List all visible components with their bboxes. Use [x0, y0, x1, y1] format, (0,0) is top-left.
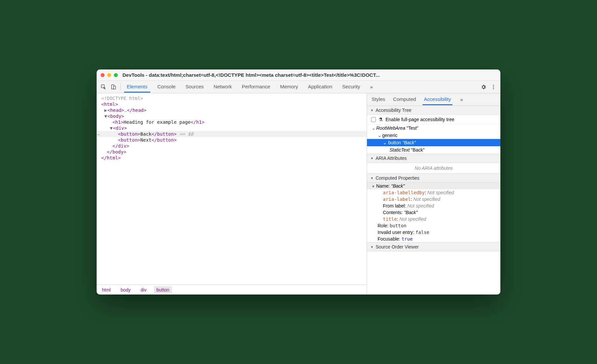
prop-focusable: Focusable: true — [367, 236, 500, 242]
side-tab-accessibility[interactable]: Accessibility — [423, 94, 452, 105]
close-window-button[interactable] — [101, 73, 105, 77]
content-area: <!DOCTYPE html> <html> ▶<head>…</head> ▼… — [97, 93, 500, 295]
tab-elements[interactable]: Elements — [124, 81, 150, 93]
side-tabs: Styles Computed Accessibility » — [367, 93, 500, 106]
breadcrumb: html body div button — [97, 285, 367, 295]
dom-body-close[interactable]: </body> — [97, 149, 367, 155]
dom-head[interactable]: ▶<head>…</head> — [97, 107, 367, 113]
prop-contents: Contents: "Back" — [367, 209, 500, 216]
dom-doctype[interactable]: <!DOCTYPE html> — [101, 96, 143, 101]
tab-application[interactable]: Application — [305, 81, 335, 93]
svg-point-4 — [493, 86, 494, 87]
section-aria-attributes[interactable]: ▼ ARIA Attributes — [367, 154, 500, 163]
elements-panel: <!DOCTYPE html> <html> ▶<head>…</head> ▼… — [97, 93, 367, 295]
prop-invalid-entry: Invalid user entry: false — [367, 229, 500, 236]
section-computed-properties[interactable]: ▼ Computed Properties — [367, 173, 500, 183]
no-aria-message: No ARIA attributes — [367, 163, 500, 173]
inspect-element-icon[interactable] — [99, 82, 109, 92]
dom-button-next[interactable]: <button>Next</button> — [97, 137, 367, 143]
tree-generic[interactable]: ⌄generic — [367, 132, 500, 139]
enable-fullpage-row: ⚗ Enable full-page accessibility tree — [367, 115, 500, 124]
tree-statictext[interactable]: StaticText "Back" — [367, 146, 500, 154]
tab-security[interactable]: Security — [340, 81, 363, 93]
section-title: Computed Properties — [376, 175, 419, 181]
chevron-down-icon: ▼ — [370, 109, 374, 112]
section-title: Accessibility Tree — [376, 108, 411, 113]
chevron-down-icon: ▼ — [372, 185, 375, 188]
dom-button-back[interactable]: <button>Back</button> == $0 — [97, 131, 367, 137]
section-accessibility-tree[interactable]: ▼ Accessibility Tree — [367, 106, 500, 115]
section-title: ARIA Attributes — [376, 156, 407, 161]
prop-name-row[interactable]: ▼ Name: "Back" — [367, 183, 500, 189]
settings-gear-icon[interactable] — [479, 82, 488, 92]
enable-fullpage-label: Enable full-page accessibility tree — [386, 117, 454, 122]
chevron-down-icon: ▼ — [370, 176, 374, 180]
dom-h1[interactable]: <h1>Heading for example page</h1> — [97, 119, 367, 125]
titlebar: DevTools - data:text/html;charset=utf-8,… — [97, 69, 500, 81]
window-title: DevTools - data:text/html;charset=utf-8,… — [122, 72, 380, 78]
device-toolbar-icon[interactable] — [109, 82, 118, 92]
breadcrumb-div[interactable]: div — [138, 286, 149, 294]
tab-memory[interactable]: Memory — [278, 81, 301, 93]
breadcrumb-button[interactable]: button — [154, 286, 172, 294]
minimize-window-button[interactable] — [107, 73, 111, 77]
tab-sources[interactable]: Sources — [183, 81, 207, 93]
flask-icon: ⚗ — [379, 117, 383, 122]
more-side-tabs-icon[interactable]: » — [458, 97, 466, 102]
dom-div-close[interactable]: </div> — [97, 143, 367, 149]
breadcrumb-body[interactable]: body — [118, 286, 133, 294]
section-source-order-viewer[interactable]: ▼ Source Order Viewer — [367, 242, 500, 251]
dom-tree[interactable]: <!DOCTYPE html> <html> ▶<head>…</head> ▼… — [97, 93, 367, 285]
kebab-menu-icon[interactable] — [488, 82, 498, 92]
section-title: Source Order Viewer — [376, 244, 419, 250]
traffic-lights — [101, 73, 118, 77]
tab-network[interactable]: Network — [211, 81, 235, 93]
tab-performance[interactable]: Performance — [239, 81, 273, 93]
dom-body-open[interactable]: ▼<body> — [97, 113, 367, 119]
prop-aria-label: aria-label: Not specified — [367, 196, 500, 203]
dom-html-close[interactable]: </html> — [97, 155, 367, 161]
prop-from-label: From label: Not specified — [367, 203, 500, 209]
breadcrumb-html[interactable]: html — [99, 286, 113, 294]
side-tab-styles[interactable]: Styles — [370, 94, 387, 105]
tree-button-selected[interactable]: ⌄ button "Back" — [367, 139, 500, 146]
dom-html-open[interactable]: <html> — [97, 101, 367, 107]
side-panel: Styles Computed Accessibility » ▼ Access… — [367, 93, 500, 295]
svg-point-5 — [493, 88, 494, 89]
tree-rootwebarea[interactable]: ⌄RootWebArea "Test" — [367, 124, 500, 132]
chevron-down-icon: ▼ — [370, 245, 374, 249]
side-tab-computed[interactable]: Computed — [392, 94, 417, 105]
maximize-window-button[interactable] — [114, 73, 118, 77]
svg-rect-2 — [114, 86, 115, 89]
devtools-window: DevTools - data:text/html;charset=utf-8,… — [97, 69, 500, 295]
enable-fullpage-checkbox[interactable] — [371, 117, 376, 122]
toolbar-separator — [120, 83, 121, 91]
prop-title: title: Not specified — [367, 216, 500, 222]
chevron-down-icon: ▼ — [370, 157, 374, 160]
prop-aria-labelledby: aria-labelledby: Not specified — [367, 189, 500, 196]
svg-point-3 — [493, 85, 494, 86]
accessibility-panel: ▼ Accessibility Tree ⚗ Enable full-page … — [367, 106, 500, 295]
prop-role: Role: button — [367, 222, 500, 229]
dom-div-open[interactable]: ▼<div> — [97, 125, 367, 131]
main-toolbar: Elements Console Sources Network Perform… — [97, 81, 500, 93]
tab-console[interactable]: Console — [155, 81, 178, 93]
more-tabs-icon[interactable]: » — [367, 84, 375, 90]
main-tabs: Elements Console Sources Network Perform… — [124, 81, 376, 93]
